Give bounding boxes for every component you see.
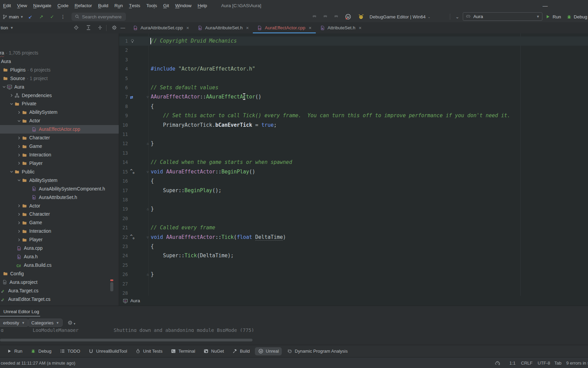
line-number[interactable]: 17 [119,186,128,195]
menu-code[interactable]: Code [54,3,71,8]
update-project-button[interactable]: ↙ [26,13,35,21]
tree-item-Aura.h[interactable]: hAura.h [0,252,119,261]
chevron-right-icon[interactable] [9,93,14,98]
chevron-down-icon[interactable] [16,178,22,183]
tree-item-Config[interactable]: Config [0,270,119,278]
tree-scrollbar[interactable] [110,282,113,291]
overrides-icon[interactable]: ^o [130,169,134,174]
line-number[interactable]: 14 [119,158,128,167]
tree-item-Game[interactable]: Game [0,142,119,151]
line-number[interactable]: 5 [119,74,128,83]
rider-link-icon[interactable] [358,14,364,20]
chevron-right-icon[interactable] [16,220,22,226]
code-editor[interactable]: 1// Copyright Druid Mechanics234#include… [119,33,588,306]
tool-window-nuget[interactable]: NuGet [200,347,227,355]
intention-bulb-icon[interactable] [130,39,135,44]
tree-item-Private[interactable]: Private [0,100,119,108]
tree-item-AuraAttributeSet.h[interactable]: hAuraAttributeSet.h [0,193,119,202]
commit-button[interactable]: ✓ [48,13,56,21]
fold-region-start-icon[interactable]: ▽ [145,167,150,177]
line-number[interactable]: 13 [119,149,128,158]
chevron-right-icon[interactable] [16,144,22,149]
line-number[interactable]: 23 [119,242,128,251]
overrides-icon[interactable]: ^o [130,235,134,240]
unreal-link-icon[interactable] [345,14,351,20]
line-number[interactable]: 19 [119,204,128,214]
fold-region-end-icon[interactable]: ⌂ [145,270,150,279]
tree-item-Actor[interactable]: Actor [0,117,119,125]
push-button[interactable]: ↗ [37,13,46,21]
tree-item-Character[interactable]: Character [0,134,119,142]
gamepad-icon[interactable] [333,14,339,19]
run-configuration-combo[interactable]: Aura ▼ [463,12,542,21]
line-number[interactable]: 25 [119,261,128,270]
chevron-down-icon[interactable] [1,84,7,90]
close-icon[interactable]: × [186,25,189,31]
line-number[interactable]: 21 [119,223,128,232]
menu-window[interactable]: Window [172,3,195,8]
tree-item-Player[interactable]: Player [0,159,119,168]
menu-git[interactable]: Git [160,3,172,8]
menu-run[interactable]: Run [111,3,126,8]
line-col-indicator[interactable]: 1:1 [509,357,516,368]
line-number[interactable]: 2 [119,46,128,55]
tool-window-run[interactable]: Run [3,347,26,355]
locate-file-icon[interactable] [74,25,79,30]
line-number[interactable]: 7 [119,92,128,102]
tab-AuraAttributeSet.cpp[interactable]: ++AuraAttributeSet.cpp× [129,22,193,33]
line-number[interactable]: 10 [119,121,128,130]
line-number[interactable]: 22 [119,233,128,242]
line-number[interactable]: 27 [119,279,128,289]
menu-help[interactable]: Help [195,3,210,8]
menu-edit[interactable]: Edit [0,3,14,8]
tree-item-Source[interactable]: Source· 1 project [0,74,119,83]
chevron-down-icon[interactable] [9,169,14,174]
tree-item-Aura.Target.cs[interactable]: #Aura.Target.cs [0,287,119,295]
fold-region-end-icon[interactable]: ⌂ [145,204,150,214]
tool-window-terminal[interactable]: Terminal [167,347,198,355]
chevron-right-icon[interactable] [16,203,22,209]
indent-indicator[interactable]: Tab [554,357,561,368]
menu-view[interactable]: View [14,3,30,8]
line-number[interactable]: 11 [119,130,128,139]
tree-item-AuraEditor.Target.cs[interactable]: #AuraEditor.Target.cs [0,295,119,304]
menu-refactor[interactable]: Refactor [71,3,95,8]
line-number[interactable]: 12 [119,139,128,148]
close-icon[interactable]: × [246,25,249,31]
tree-item-Aura.uproject[interactable]: Aura.uproject [0,278,119,287]
tool-window-unreal[interactable]: Unreal [255,347,282,355]
line-number[interactable]: 26 [119,270,128,279]
tab-AuraEffectActor.cpp[interactable]: ++AuraEffectActor.cpp× [253,22,315,33]
git-branch-widget[interactable]: main ▼ [1,13,25,21]
tool-window-unit-tests[interactable]: Unit Tests [132,347,166,355]
tree-item-Aura[interactable]: ++Aura [0,83,119,91]
tree-item-Player[interactable]: Player [0,235,119,244]
line-number[interactable]: 20 [119,214,128,223]
tree-item-AbilitySystem[interactable]: AbilitySystem [0,108,119,117]
chevron-right-icon[interactable] [16,160,22,166]
tree-item-AuraEffectActor.cpp[interactable]: ++AuraEffectActor.cpp [0,125,119,134]
categories-filter[interactable]: Categories ▼ [28,319,63,327]
tab-AuraAttributeSet.h[interactable]: hAuraAttributeSet.h× [193,22,253,33]
chevron-right-icon[interactable] [16,110,22,115]
chevron-right-icon[interactable] [16,152,22,158]
line-number[interactable]: 3 [119,55,128,64]
breadcrumb[interactable]: ++ Aura [119,296,588,306]
encoding-indicator[interactable]: UTF-8 [538,357,550,368]
tree-item-AuraAbilitySystemComponent.h[interactable]: hAuraAbilitySystemComponent.h [0,185,119,193]
tree-item-Interaction[interactable]: Interaction [0,227,119,235]
tree-item-Aura.cpp[interactable]: ++Aura.cpp [0,244,119,252]
chevron-down-icon[interactable]: ⌄ [454,13,461,21]
line-number[interactable]: 6 [119,83,128,92]
expand-all-icon[interactable] [86,25,91,30]
tree-item-Game[interactable]: Game [0,218,119,227]
build-configuration-selector[interactable]: DebugGame Editor | Win64 ⌄ [370,13,430,21]
line-number[interactable]: 4 [119,64,128,74]
chevron-down-icon[interactable] [16,118,22,124]
close-icon[interactable]: × [359,25,361,31]
fold-region-end-icon[interactable]: ⌂ [145,139,150,148]
gamepad-icon[interactable] [323,14,328,19]
errors-indicator[interactable]: 9 errors in solution [566,357,588,368]
debug-button[interactable]: Debug [566,13,587,21]
fold-region-start-icon[interactable]: ▽ [145,233,150,242]
